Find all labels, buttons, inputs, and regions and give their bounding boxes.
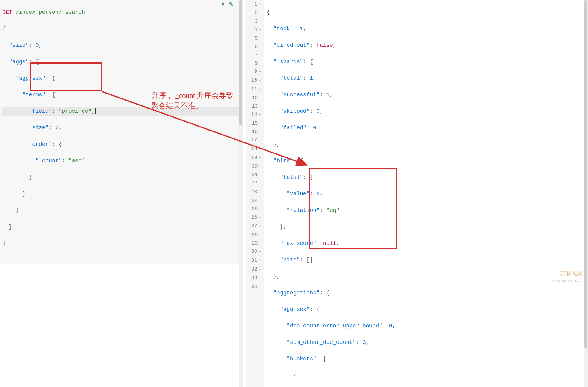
request-code-container: GET /index_person/_search { "size": 0, "… (0, 0, 243, 264)
wrench-icon[interactable] (228, 1, 234, 9)
right-scrollbar-thumb[interactable] (584, 0, 587, 348)
watermark-sub: CSDN @huan_1993 (552, 279, 582, 283)
request-path: /index_person/_search (16, 9, 85, 15)
request-code[interactable]: GET /index_person/_search { "size": 0, "… (0, 0, 243, 264)
http-method: GET (2, 9, 12, 15)
response-code[interactable]: { "took": 1, "timed_out": false, "_shard… (264, 0, 588, 387)
run-icon[interactable] (220, 1, 226, 9)
line-number-gutter: 1▾ 2 3 4▾ 5 6 7 8 9▾ 10▾ 11▾ 12 13 14▾ 1… (246, 0, 264, 387)
pane-divider[interactable]: ∥ (243, 0, 246, 387)
request-editor-pane: GET /index_person/_search { "size": 0, "… (0, 0, 243, 387)
divider-handle-icon: ∥ (244, 191, 246, 196)
response-pane: 1▾ 2 3 4▾ 5 6 7 8 9▾ 10▾ 11▾ 12 13 14▾ 1… (246, 0, 588, 387)
left-scrollbar[interactable] (239, 0, 243, 387)
left-scrollbar-thumb[interactable] (239, 0, 242, 125)
annotation-text: 升序， _count 升序会导致 聚合结果不准。 (151, 90, 233, 111)
watermark-main: 吉林龙网 (560, 270, 582, 277)
request-toolbar (220, 1, 234, 9)
right-scrollbar[interactable] (584, 0, 588, 387)
text-cursor (95, 108, 96, 114)
empty-editor-space (0, 264, 243, 387)
